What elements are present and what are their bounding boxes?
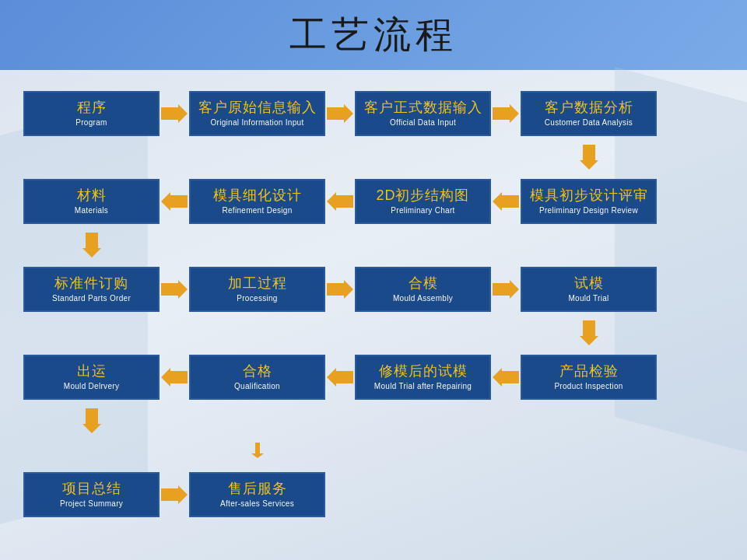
box-en-2-2: Preliminary Chart: [391, 206, 454, 215]
box-en-1-0: Program: [75, 118, 107, 127]
box-en-1-1: Original Information Input: [210, 118, 303, 127]
svg-marker-66: [161, 485, 188, 504]
arrow-right-1-1: [325, 91, 355, 136]
v-arrow-row: [23, 406, 724, 436]
svg-marker-65: [251, 453, 264, 458]
box-en-4-1: Qualification: [234, 382, 280, 390]
flow-box-1-1: 客户原始信息输入Original Information Input: [189, 91, 325, 136]
flow-box-2-0: 材料Materials: [23, 179, 160, 224]
svg-marker-12: [580, 145, 598, 170]
svg-marker-24: [493, 192, 519, 211]
v-arrow-row: [23, 318, 724, 348]
flow-row-1: 程序Program 客户原始信息输入Original Information I…: [23, 84, 724, 142]
flow-box-1-3: 客户数据分析Customer Data Analysis: [521, 91, 657, 136]
box-en-3-1: Processing: [237, 294, 277, 303]
box-en-last-1: After-sales Services: [220, 499, 294, 508]
flow-box-3-0: 标准件订购Standard Parts Order: [23, 267, 160, 312]
box-cn-2-3: 模具初步设计评审: [530, 187, 648, 205]
flow-box-2-2: 2D初步结构图Preliminary Chart: [355, 179, 491, 224]
v-arrow-cell-3: [521, 145, 657, 170]
arrow-left-2-2: [491, 179, 521, 224]
v-arrow-cell-0: [23, 408, 160, 433]
arrow-right-3-0: [160, 267, 189, 312]
svg-marker-28: [82, 233, 101, 257]
v-arrow-cell-3: [521, 320, 657, 345]
svg-rect-64: [255, 443, 260, 453]
box-cn-4-2: 修模后的试模: [379, 363, 468, 380]
v-arrow-row: [23, 230, 724, 260]
svg-marker-36: [327, 280, 353, 299]
v-arrow-cell-pre-last-1: [189, 443, 325, 458]
flow-row-4: 出运Mould Delrvery 合格Qualification 修模后的试模M…: [23, 348, 724, 406]
arrow-right-3-1: [325, 267, 355, 312]
box-cn-2-2: 2D初步结构图: [376, 187, 469, 205]
arrow-right-3-2: [491, 267, 521, 312]
flow-row-3: 标准件订购Standard Parts Order 加工过程Processing…: [23, 260, 724, 318]
box-cn-3-3: 试模: [574, 275, 604, 292]
main-content: 程序Program 客户原始信息输入Original Information I…: [0, 70, 747, 560]
box-en-3-3: Mould Trial: [568, 294, 608, 303]
arrow-right-1-0: [160, 91, 189, 136]
flow-box-2-3: 模具初步设计评审Preliminary Design Review: [521, 179, 657, 224]
svg-marker-20: [327, 192, 353, 211]
svg-marker-0: [161, 104, 188, 123]
box-en-last-0: Project Summary: [60, 499, 123, 508]
box-en-4-2: Mould Trial after Repairing: [374, 382, 472, 390]
box-cn-3-2: 合模: [409, 275, 438, 292]
box-cn-3-0: 标准件订购: [54, 275, 128, 292]
svg-marker-44: [580, 320, 598, 345]
box-cn-4-1: 合格: [243, 363, 272, 380]
flow-box-last-1: 售后服务After-sales Services: [189, 472, 325, 517]
box-cn-1-1: 客户原始信息输入: [198, 100, 317, 117]
page-title: 工艺流程: [289, 10, 458, 60]
box-cn-2-0: 材料: [77, 187, 107, 205]
arrow-left-4-2: [491, 355, 521, 400]
flow-box-3-3: 试模Mould Trial: [521, 267, 657, 312]
arrow-left-2-0: [160, 179, 189, 224]
box-cn-1-2: 客户正式数据输入: [364, 100, 482, 117]
arrow-left-4-0: [160, 355, 189, 400]
svg-marker-48: [161, 368, 188, 387]
flow-box-3-2: 合模Mould Assembly: [355, 267, 491, 312]
flow-box-4-2: 修模后的试模Mould Trial after Repairing: [355, 355, 491, 400]
flow-row-2: 材料Materials 模具细化设计Refinement Design 2D初步…: [23, 172, 724, 230]
flow-box-4-3: 产品检验Product Inspection: [521, 355, 657, 400]
box-cn-4-3: 产品检验: [559, 363, 619, 380]
box-en-2-1: Refinement Design: [222, 206, 292, 215]
flow-box-1-2: 客户正式数据输入Official Data Input: [355, 91, 491, 136]
svg-marker-8: [493, 104, 519, 123]
box-cn-3-1: 加工过程: [228, 275, 287, 292]
flow-box-2-1: 模具细化设计Refinement Design: [189, 179, 325, 224]
svg-marker-52: [327, 368, 353, 387]
flow-box-last-0: 项目总结Project Summary: [23, 472, 160, 517]
v-arrow-cell-0: [23, 233, 160, 257]
box-en-2-0: Materials: [75, 206, 108, 215]
svg-marker-16: [161, 192, 188, 211]
header: 工艺流程: [0, 0, 747, 70]
box-en-2-3: Preliminary Design Review: [539, 206, 638, 215]
arrow-left-4-1: [325, 355, 355, 400]
box-cn-4-0: 出运: [77, 363, 107, 380]
v-arrow-row: [23, 142, 724, 172]
arrow-right-last-0: [160, 472, 189, 517]
box-cn-1-0: 程序: [77, 100, 107, 117]
flow-box-4-0: 出运Mould Delrvery: [23, 355, 160, 400]
flow-box-4-1: 合格Qualification: [189, 355, 325, 400]
box-en-1-3: Customer Data Analysis: [545, 118, 633, 127]
arrow-right-1-2: [491, 91, 521, 136]
svg-marker-40: [493, 280, 519, 299]
flow-box-1-0: 程序Program: [23, 91, 160, 136]
box-en-3-2: Mould Assembly: [393, 294, 453, 303]
svg-marker-4: [327, 104, 353, 123]
flow-grid: 程序Program 客户原始信息输入Original Information I…: [23, 84, 724, 523]
box-cn-2-1: 模具细化设计: [213, 187, 302, 205]
box-en-3-0: Standard Parts Order: [52, 294, 131, 303]
svg-marker-60: [82, 408, 101, 433]
flow-row-last: 项目总结Project Summary 售后服务After-sales Serv…: [23, 465, 724, 523]
svg-marker-56: [493, 368, 519, 387]
box-cn-last-0: 项目总结: [62, 481, 121, 498]
svg-marker-32: [161, 280, 188, 299]
v-arrow-row-pre-last: [23, 436, 724, 465]
box-cn-1-3: 客户数据分析: [545, 100, 633, 117]
arrow-left-2-1: [325, 179, 355, 224]
